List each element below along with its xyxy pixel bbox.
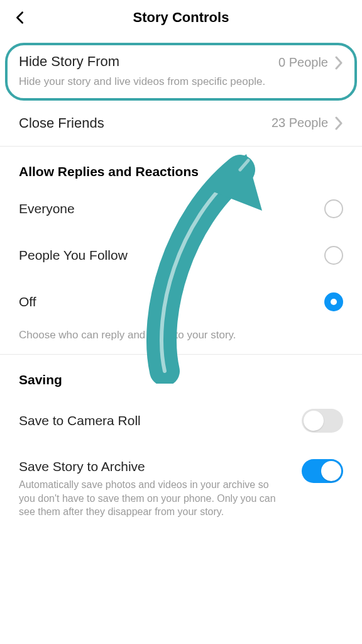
reply-option-people-you-follow[interactable]: People You Follow bbox=[0, 232, 362, 279]
header: Story Controls bbox=[0, 0, 362, 35]
save-archive-subtitle: Automatically save photos and videos in … bbox=[19, 478, 283, 519]
chevron-right-icon bbox=[334, 56, 343, 70]
saving-section-header: Saving bbox=[0, 355, 362, 394]
replies-section-header: Allow Replies and Reactions bbox=[0, 147, 362, 186]
save-camera-roll-title: Save to Camera Roll bbox=[19, 413, 302, 428]
annotation-highlight-box: Hide Story From Hide your story and live… bbox=[5, 43, 357, 101]
save-archive-title: Save Story to Archive bbox=[19, 459, 302, 474]
reply-option-everyone[interactable]: Everyone bbox=[0, 186, 362, 232]
page-title: Story Controls bbox=[133, 9, 229, 26]
reply-option-label: Everyone bbox=[19, 201, 75, 216]
hide-story-from-row[interactable]: Hide Story From Hide your story and live… bbox=[19, 53, 343, 89]
save-camera-roll-row: Save to Camera Roll bbox=[0, 394, 362, 444]
close-friends-row[interactable]: Close Friends 23 People bbox=[0, 101, 362, 147]
hide-story-subtitle: Hide your story and live videos from spe… bbox=[19, 75, 278, 89]
reply-option-label: Off bbox=[19, 294, 36, 309]
reply-option-label: People You Follow bbox=[19, 248, 128, 263]
chevron-right-icon bbox=[334, 116, 343, 130]
radio-icon-selected bbox=[324, 292, 343, 311]
replies-help-text: Choose who can reply and react to your s… bbox=[0, 325, 362, 355]
back-button[interactable] bbox=[8, 5, 33, 30]
save-camera-roll-toggle[interactable] bbox=[302, 409, 343, 433]
reply-option-off[interactable]: Off bbox=[0, 279, 362, 325]
save-archive-row: Save Story to Archive Automatically save… bbox=[0, 444, 362, 523]
close-friends-value: 23 People bbox=[272, 116, 328, 130]
save-archive-toggle[interactable] bbox=[302, 459, 343, 483]
chevron-left-icon bbox=[13, 11, 27, 25]
close-friends-title: Close Friends bbox=[19, 114, 272, 133]
hide-story-value: 0 People bbox=[278, 55, 328, 70]
radio-icon bbox=[324, 246, 343, 265]
hide-story-title: Hide Story From bbox=[19, 53, 278, 71]
radio-icon bbox=[324, 199, 343, 218]
